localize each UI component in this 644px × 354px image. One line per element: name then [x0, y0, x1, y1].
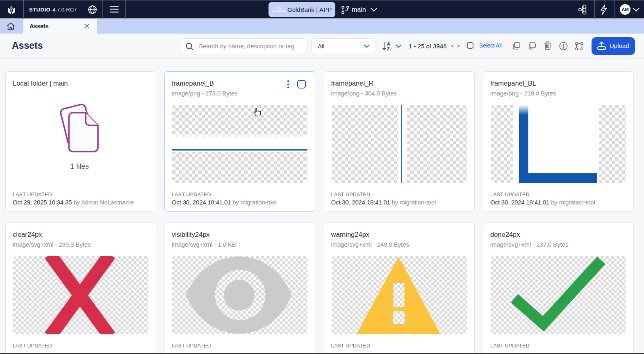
svg-text:GoldBank: GoldBank: [272, 10, 286, 13]
svg-text:Z: Z: [387, 46, 390, 51]
svg-text:A: A: [387, 41, 390, 46]
